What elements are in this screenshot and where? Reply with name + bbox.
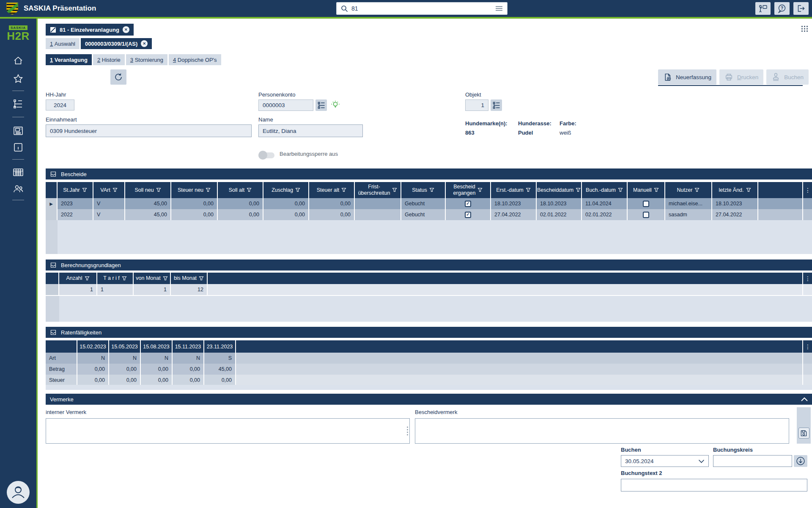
objekt-label: Objekt <box>465 91 481 98</box>
calendar-grid-icon[interactable] <box>0 168 36 177</box>
filter-icon[interactable] <box>199 276 204 281</box>
bescheide-empty-area <box>46 220 812 254</box>
search-input[interactable] <box>351 5 492 12</box>
personenkonto-field[interactable]: 0000003 <box>258 99 313 111</box>
hierarchy-tree-icon[interactable] <box>0 99 36 109</box>
col-status: Status <box>401 182 446 198</box>
filter-icon[interactable] <box>654 188 659 193</box>
filter-icon[interactable] <box>477 188 483 193</box>
filter-icon[interactable] <box>429 188 434 193</box>
printer-icon <box>724 73 733 82</box>
tab-historie[interactable]: 2 Historie <box>93 54 125 65</box>
filter-icon[interactable] <box>85 276 90 281</box>
hh-jahr-field[interactable]: 2024 <box>46 99 74 110</box>
col-fristueberschreitung: Frist- überschreitun <box>355 182 401 198</box>
filter-icon[interactable] <box>694 188 700 193</box>
terminal-device-icon[interactable] <box>0 126 36 136</box>
tab-veranlagung[interactable]: 1 Veranlagung <box>46 54 92 65</box>
tab-stornierung[interactable]: 3 Stornierung <box>126 54 167 65</box>
raten-row-betrag[interactable]: Betrag 0,00 0,00 0,00 0,00 45,00 <box>46 364 812 375</box>
users-icon[interactable] <box>0 184 36 194</box>
bescheidvermerk-textarea[interactable] <box>415 418 789 444</box>
name-field[interactable]: Eutlitz, Diana <box>258 124 363 137</box>
filter-icon[interactable] <box>392 188 397 193</box>
personenkonto-lookup-tree-icon[interactable] <box>315 99 327 111</box>
buchungskreis-input[interactable] <box>713 455 792 467</box>
raten-row-steuer[interactable]: Steuer 0,00 0,00 0,00 0,00 0,00 <box>46 375 812 386</box>
filter-icon[interactable] <box>341 188 346 193</box>
tab-doppische-ops[interactable]: 4 Doppische OP's <box>169 54 221 65</box>
filter-icon[interactable] <box>156 188 161 193</box>
filter-icon[interactable] <box>163 276 168 281</box>
bearbeitungssperre-label: Bearbeitungssperre aus <box>280 151 338 157</box>
hunderasse-label: Hunderasse: <box>518 120 551 127</box>
bescheidvermerk-label: Bescheidvermerk <box>415 409 457 415</box>
filter-icon[interactable] <box>618 188 623 193</box>
filter-icon[interactable] <box>112 188 118 193</box>
filter-icon[interactable] <box>526 188 531 193</box>
filter-icon[interactable] <box>82 188 87 193</box>
svg-text:?: ? <box>781 6 783 11</box>
logout-icon[interactable] <box>793 2 809 15</box>
einnahmeart-field[interactable]: 0309 Hundesteuer <box>46 124 252 137</box>
filter-icon[interactable] <box>122 276 127 281</box>
save-icon[interactable] <box>798 428 809 439</box>
bescheide-row-2023[interactable]: ▶ 2023 V 45,00 0,00 0,00 0,00 0,00 Gebuc… <box>46 198 812 209</box>
bearbeitungssperre-toggle[interactable] <box>258 152 274 158</box>
col-bis-monat: bis Monat <box>171 273 208 284</box>
current-row-marker: ▶ <box>49 202 53 206</box>
drucken-button[interactable]: Drucken <box>719 69 763 85</box>
tab-record[interactable]: 0000003/0309/1/(AS) ✕ <box>81 38 152 49</box>
objekt-field[interactable]: 1 <box>465 99 488 111</box>
bescheid-ergangen-checkbox[interactable]: ✓ <box>465 201 471 207</box>
personenkonto-label: Personenkonto <box>258 91 295 98</box>
bescheide-row-2022[interactable]: 2022 V 45,00 0,00 0,00 0,00 0,00 Gebucht… <box>46 209 812 220</box>
lightbulb-icon[interactable] <box>330 100 340 110</box>
close-icon[interactable]: ✕ <box>141 40 148 47</box>
sidebar-divider <box>12 159 24 160</box>
h2r-logo: SASKIA H2R <box>0 23 36 41</box>
raten-row-art[interactable]: Art N N N N S <box>46 353 812 364</box>
objekt-lookup-tree-icon[interactable] <box>491 99 502 111</box>
tab-einzelveranlagung[interactable]: 81 - Einzelveranlagung ✕ <box>46 24 134 36</box>
global-search[interactable] <box>336 2 508 15</box>
info-icon[interactable] <box>0 142 36 152</box>
tab-auswahl[interactable]: 1 Auswahl <box>46 38 80 49</box>
col-menu: ⋮ <box>803 182 812 198</box>
search-menu-icon[interactable] <box>495 6 503 11</box>
refresh-button[interactable] <box>110 69 126 85</box>
filter-icon[interactable] <box>746 188 751 193</box>
buchen-date-select[interactable]: 30.05.2024 <box>621 455 709 467</box>
manuell-checkbox[interactable]: ✓ <box>643 201 649 207</box>
close-icon[interactable]: ✕ <box>123 26 129 33</box>
collapse-chevron-up-icon[interactable] <box>801 397 808 402</box>
column-menu-icon[interactable]: ⋮ <box>804 187 811 193</box>
interner-vermerk-textarea[interactable] <box>46 418 410 444</box>
buchungskreis-label: Buchungskreis <box>713 447 753 453</box>
farbe-label: Farbe: <box>560 120 576 127</box>
berechnungsgrundlagen-table: Anzahl T a r i f von Monat bis Monat ⋮ 1… <box>46 273 812 295</box>
neuerfassung-button[interactable]: Neuerfassung <box>658 69 716 85</box>
col-marker <box>46 182 58 198</box>
presenter-icon[interactable] <box>755 2 771 15</box>
splitter-grip-icon[interactable] <box>406 426 409 436</box>
berechnung-row[interactable]: 1 1 1 12 <box>46 284 812 295</box>
filter-icon[interactable] <box>295 188 300 193</box>
grid-menu-icon[interactable] <box>801 25 809 32</box>
col-buch-datum: Buch.-datum <box>582 182 628 198</box>
favorites-star-icon[interactable] <box>0 74 36 83</box>
filter-icon[interactable] <box>206 188 211 193</box>
filter-icon[interactable] <box>576 188 581 193</box>
help-icon[interactable]: ? <box>774 2 790 15</box>
column-menu-icon[interactable]: ⋮ <box>804 343 811 350</box>
user-avatar[interactable] <box>7 481 30 504</box>
bescheid-ergangen-checkbox[interactable]: ✓ <box>465 212 471 218</box>
buchen-button[interactable]: Buchen <box>766 69 809 85</box>
filter-icon[interactable] <box>247 188 252 193</box>
col-stjahr: St.Jahr <box>58 182 93 198</box>
manuell-checkbox[interactable]: ✓ <box>643 212 649 218</box>
home-icon[interactable] <box>0 56 36 65</box>
apply-down-button[interactable] <box>794 455 807 467</box>
column-menu-icon[interactable]: ⋮ <box>804 275 811 282</box>
buchungstext2-input[interactable] <box>621 479 807 491</box>
